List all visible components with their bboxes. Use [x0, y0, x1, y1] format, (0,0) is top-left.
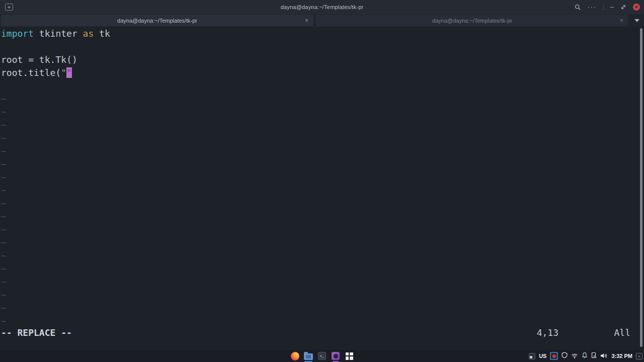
- tilde-marker: ~: [0, 145, 644, 158]
- code-token: as: [83, 28, 94, 39]
- shield-icon[interactable]: [561, 351, 568, 360]
- tilde-marker: ~: [0, 197, 644, 210]
- keyboard-layout-indicator[interactable]: US: [539, 353, 546, 359]
- titlebar-separator: [603, 4, 604, 11]
- system-tray: US: [529, 350, 642, 362]
- tab-bar: dayna@dayna:~/Templates/tk-pr × dayna@da…: [0, 14, 644, 27]
- tilde-marker: ~: [0, 93, 644, 106]
- tab-close-icon[interactable]: ×: [620, 18, 623, 24]
- tilde-marker: ~: [0, 276, 644, 289]
- window-title: dayna@dayna:~/Templates/tk-pr: [0, 4, 644, 10]
- tilde-marker: ~: [0, 223, 644, 236]
- tab-active[interactable]: dayna@dayna:~/Templates/tk-pr ×: [1, 15, 313, 26]
- tilde-marker: ~: [0, 184, 644, 197]
- app-grid-icon: [346, 352, 353, 360]
- tilde-marker: ~: [0, 302, 644, 315]
- terminal-scrollbar[interactable]: [640, 28, 642, 347]
- bell-icon[interactable]: [582, 351, 588, 360]
- tilde-marker: ~: [0, 210, 644, 223]
- code-token: ": [61, 67, 66, 78]
- code-token: tk: [94, 28, 110, 39]
- tilde-marker: ~: [0, 106, 644, 119]
- scroll-indicator: All: [614, 326, 630, 339]
- code-token: import: [1, 28, 34, 39]
- folder-icon: [304, 353, 313, 360]
- search-icon[interactable]: [575, 4, 581, 11]
- code-line: import tkinter as tk: [0, 27, 644, 40]
- cursor-position: 4,13: [537, 326, 558, 339]
- firefox-icon: [291, 352, 299, 360]
- maximize-icon[interactable]: [620, 4, 626, 10]
- menu-icon[interactable]: ···: [588, 5, 597, 10]
- tab-label: dayna@dayna:~/Templates/tk-pr: [432, 18, 512, 24]
- app-grid-launcher[interactable]: [344, 350, 354, 362]
- taskbar: >_ US: [0, 350, 644, 362]
- tilde-marker: ~: [0, 171, 644, 184]
- volume-icon[interactable]: [600, 351, 608, 360]
- tab-close-icon[interactable]: ×: [305, 18, 308, 24]
- tab-label: dayna@dayna:~/Templates/tk-pr: [117, 18, 197, 24]
- vim-mode-indicator: -- REPLACE --: [1, 326, 72, 339]
- tilde-marker: ~: [0, 132, 644, 145]
- code-token: root = tk.Tk(): [1, 54, 77, 65]
- code-line: root = tk.Tk(): [0, 53, 644, 66]
- tilde-column: ~~~~~~~~~~~~~~~~~~: [0, 79, 644, 328]
- tilde-marker: ~: [0, 236, 644, 249]
- close-icon[interactable]: ✕: [633, 4, 640, 11]
- tilde-marker: ~: [0, 158, 644, 171]
- code-token: tkinter: [34, 28, 83, 39]
- tilde-marker: ~: [0, 249, 644, 262]
- screen-recorder-icon[interactable]: [550, 352, 558, 360]
- vim-cursor: ": [66, 67, 72, 78]
- media-app-launcher[interactable]: [331, 350, 341, 362]
- tilde-marker: ~: [0, 262, 644, 276]
- vim-editor[interactable]: import tkinter as tkroot = tk.Tk()root.t…: [0, 27, 644, 350]
- window-titlebar: + dayna@dayna:~/Templates/tk-pr ··· – ✕: [0, 0, 644, 14]
- wifi-icon[interactable]: [571, 351, 578, 360]
- firefox-launcher[interactable]: [290, 350, 300, 362]
- chevron-down-icon: [634, 19, 639, 22]
- media-app-icon: [332, 352, 340, 360]
- terminal-launcher[interactable]: >_: [317, 350, 327, 362]
- vim-statusline: -- REPLACE -- 4,13 All: [0, 326, 644, 339]
- tray-app-icon[interactable]: [529, 353, 535, 359]
- tab-inactive[interactable]: dayna@dayna:~/Templates/tk-pr ×: [316, 15, 628, 26]
- minimize-icon[interactable]: –: [610, 5, 614, 10]
- tilde-marker: ~: [0, 289, 644, 302]
- tab-list-dropdown[interactable]: [631, 15, 643, 26]
- tilde-marker: ~: [0, 119, 644, 132]
- code-token: root.title(: [1, 67, 61, 78]
- code-line: [0, 40, 644, 53]
- power-manager-icon[interactable]: [591, 351, 597, 360]
- hide-panel-button[interactable]: <: [636, 353, 642, 359]
- code-lines: import tkinter as tkroot = tk.Tk()root.t…: [0, 27, 644, 79]
- terminal-icon: >_: [318, 352, 326, 360]
- file-manager-launcher[interactable]: [303, 350, 313, 362]
- clock[interactable]: 3:32 PM: [611, 353, 632, 359]
- code-line: root.title("": [0, 66, 644, 79]
